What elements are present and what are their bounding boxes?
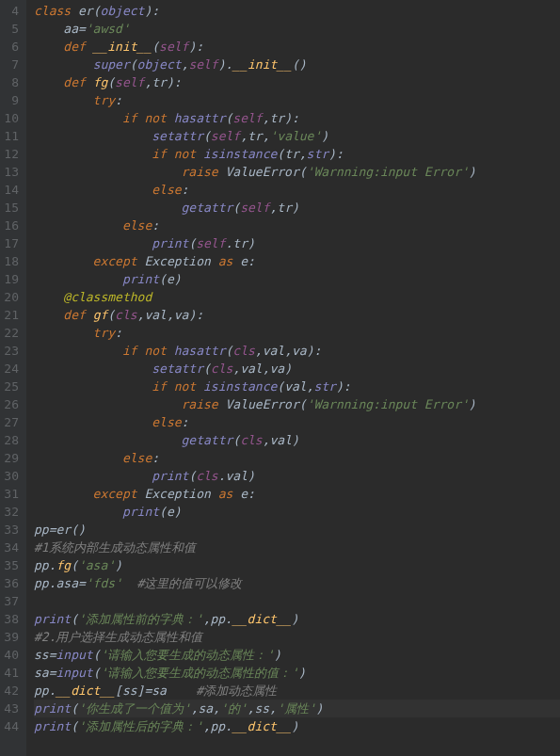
token-pn: ( xyxy=(277,379,284,394)
code-line[interactable]: getattr(cls,val) xyxy=(34,431,560,449)
code-line[interactable]: print('你生成了一个值为',sa,'的',ss,'属性') xyxy=(34,700,560,717)
token-cm: #2.用户选择生成动态属性和值 xyxy=(34,630,202,644)
token-nm xyxy=(34,433,182,447)
code-line[interactable]: try: xyxy=(34,324,560,342)
token-self: cls xyxy=(232,344,254,358)
token-nm: e xyxy=(167,272,174,286)
token-str: '添加属性前的字典：' xyxy=(78,612,203,626)
token-nm xyxy=(34,201,182,215)
token-pn: ): xyxy=(336,379,351,394)
token-bi: object xyxy=(137,57,182,72)
code-line[interactable]: pp.asa='fds' #这里的值可以修改 xyxy=(34,574,560,592)
token-op: = xyxy=(78,576,86,590)
line-number: 44 xyxy=(4,717,19,735)
code-line[interactable]: ss=input('请输入您要生成的动态属性：') xyxy=(34,646,560,664)
code-line[interactable]: @classmethod xyxy=(34,288,560,306)
code-line[interactable]: getattr(self,tr) xyxy=(34,199,560,217)
token-kw: if not xyxy=(34,147,203,161)
code-line[interactable]: pp=er() xyxy=(34,521,560,539)
token-cm: #这里的值可以修改 xyxy=(137,576,243,590)
code-line[interactable]: try: xyxy=(34,91,560,109)
token-pn: () xyxy=(71,523,86,537)
line-number: 11 xyxy=(4,127,19,145)
code-line[interactable]: except Exception as e: xyxy=(34,252,560,270)
code-line[interactable]: if not hasattr(cls,val,va): xyxy=(34,342,560,360)
token-pn: ( xyxy=(107,308,115,322)
token-cm: #1系统内部生成动态属性和值 xyxy=(34,540,196,555)
code-line[interactable]: else: xyxy=(34,449,560,467)
token-self: cls xyxy=(211,362,232,376)
code-line[interactable]: #1系统内部生成动态属性和值 xyxy=(34,539,560,556)
line-number: 8 xyxy=(4,73,19,91)
code-line[interactable]: print(e) xyxy=(34,270,560,288)
code-line[interactable]: except Exception as e: xyxy=(34,485,560,503)
code-line[interactable]: raise ValueError('Warnning:input Error') xyxy=(34,395,560,413)
token-kw: if not xyxy=(34,111,174,125)
code-line[interactable]: print(e) xyxy=(34,503,560,521)
token-pn: : xyxy=(152,218,159,233)
token-pn: ( xyxy=(107,75,115,89)
token-self: cls xyxy=(115,308,136,322)
code-line[interactable]: #2.用户选择生成动态属性和值 xyxy=(34,628,560,646)
code-line[interactable]: setattr(self,tr,'value') xyxy=(34,127,560,145)
code-line[interactable]: print('添加属性后的字典：',pp.__dict__) xyxy=(34,717,560,735)
token-nm: va xyxy=(269,362,284,376)
code-line[interactable]: else: xyxy=(34,413,560,431)
token-nm: e xyxy=(240,487,248,501)
code-line[interactable] xyxy=(34,592,560,610)
token-pn: : xyxy=(152,451,159,465)
code-line[interactable]: if not isinstance(tr,str): xyxy=(34,145,560,163)
code-line[interactable]: pp.fg('asa') xyxy=(34,556,560,574)
code-line[interactable]: setattr(cls,val,va) xyxy=(34,360,560,378)
token-pn: ( xyxy=(130,57,137,72)
token-str: '请输入您要生成的动态属性：' xyxy=(100,648,274,662)
code-line[interactable]: def gf(cls,val,va): xyxy=(34,306,560,324)
token-nm xyxy=(34,236,152,250)
code-line[interactable]: else: xyxy=(34,217,560,234)
token-bi: input xyxy=(56,666,92,680)
line-number: 5 xyxy=(4,20,19,38)
token-nm xyxy=(34,469,152,483)
code-line[interactable]: print(self.tr) xyxy=(34,234,560,252)
token-nm: pp.asa xyxy=(34,576,78,590)
line-number: 7 xyxy=(4,56,19,73)
code-line[interactable]: sa=input('请输入您要生成的动态属性的值：') xyxy=(34,664,560,682)
token-kw: class xyxy=(34,4,78,18)
token-bi: print xyxy=(122,505,159,519)
code-line[interactable]: class er(object): xyxy=(34,2,560,20)
token-pn: : xyxy=(248,487,255,501)
token-cls: Exception xyxy=(144,254,210,268)
token-pn: ( xyxy=(299,165,307,179)
token-str: '属性' xyxy=(277,701,316,716)
code-line[interactable]: pp.__dict__[ss]=sa #添加动态属性 xyxy=(34,682,560,700)
code-line[interactable]: def __init__(self): xyxy=(34,38,560,56)
code-line[interactable]: print('添加属性前的字典：',pp.__dict__) xyxy=(34,610,560,628)
token-nm xyxy=(34,362,152,376)
token-bi: getattr xyxy=(182,201,233,215)
code-line[interactable]: raise ValueError('Warnning:input Error') xyxy=(34,163,560,181)
code-line[interactable]: if not hasattr(self,tr): xyxy=(34,109,560,127)
code-line[interactable]: print(cls.val) xyxy=(34,467,560,485)
token-cls: ValueError xyxy=(226,397,299,411)
token-pn: ): xyxy=(188,308,203,322)
token-bi: print xyxy=(152,469,188,483)
code-line[interactable]: else: xyxy=(34,181,560,199)
line-number: 27 xyxy=(4,413,19,431)
token-pn: ) xyxy=(469,397,476,411)
code-editor-area[interactable]: class er(object): aa='awsd' def __init__… xyxy=(26,0,560,756)
token-nm: pp. xyxy=(34,684,56,698)
token-pn: ) xyxy=(292,201,299,215)
code-line[interactable]: if not isinstance(val,str): xyxy=(34,378,560,395)
token-bi: isinstance xyxy=(203,379,277,394)
code-line[interactable]: super(object,self).__init__() xyxy=(34,56,560,73)
token-pn: , xyxy=(255,344,263,358)
line-number: 21 xyxy=(4,306,19,324)
token-fn: fg xyxy=(93,75,108,89)
token-pn: , xyxy=(240,129,248,143)
code-line[interactable]: def fg(self,tr): xyxy=(34,73,560,91)
token-pn: , xyxy=(167,308,174,322)
token-nm: tr xyxy=(277,201,292,215)
code-line[interactable]: aa='awsd' xyxy=(34,20,560,38)
token-pn: : xyxy=(115,326,122,340)
token-cls: er xyxy=(56,523,71,537)
